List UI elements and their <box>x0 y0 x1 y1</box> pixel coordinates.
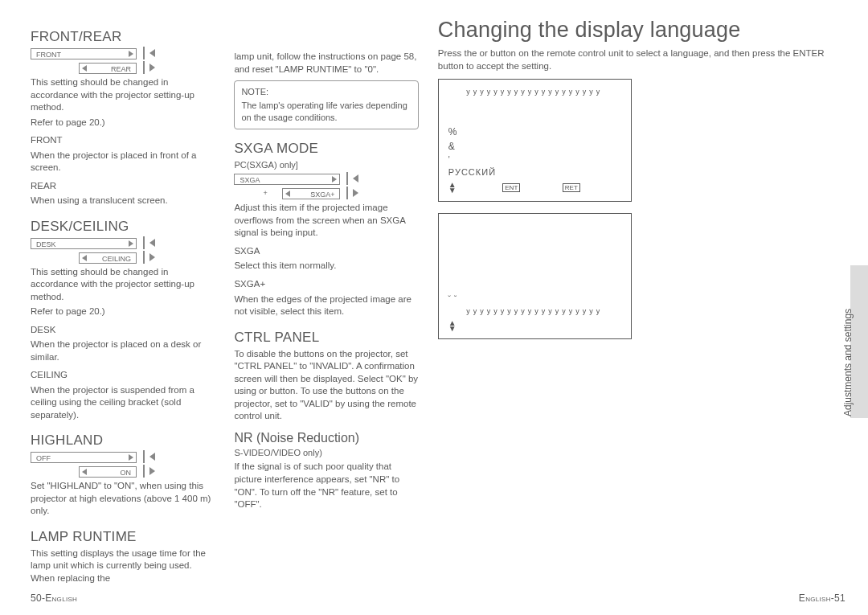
body-text: If the signal is of such poor quality th… <box>234 461 418 510</box>
footer-right: English-51 <box>799 592 845 604</box>
footer-left: 50-English <box>31 592 77 604</box>
osd-select: SELECT <box>489 322 520 330</box>
osd-return-label: RETURN <box>588 183 621 192</box>
def-label: REAR <box>31 180 215 193</box>
page-footer: 50-English English-51 <box>31 592 845 604</box>
osd-select: SELECT <box>464 183 495 192</box>
columns: Front/Rear FRONT REAR This setting shoul… <box>31 18 845 564</box>
osd-enter-label: ENTER <box>528 183 555 192</box>
body-text: lamp unit, follow the instructions on pa… <box>234 51 418 76</box>
subnote: PC(SXGA) only] <box>234 159 418 171</box>
body-text: To disable the buttons on the projector,… <box>234 348 418 423</box>
arrow-label: OFF <box>36 454 51 462</box>
def-label: SXGA+ <box>234 278 418 291</box>
note-label: NOTE: <box>241 86 411 98</box>
column-left: Front/Rear FRONT REAR This setting shoul… <box>31 18 215 564</box>
osd-line: % <box>448 126 621 137</box>
note-box: NOTE: The lamp's operating life varies d… <box>234 80 418 129</box>
arrow-label: SXGA <box>240 176 260 184</box>
body-text: Refer to page 20.) <box>31 117 215 129</box>
arrow-label: FRONT <box>36 51 61 59</box>
osd-enter: ENT <box>502 183 520 192</box>
toggle-diagram-desk-ceiling: DESK CEILING <box>31 237 215 264</box>
body-text: When the edges of the projected image ar… <box>234 293 418 318</box>
body-text: When the projector is suspended from a c… <box>31 384 215 422</box>
body-text: Set "HIGHLAND" to "ON", when using this … <box>31 480 215 518</box>
osd-controls: ▲▼ SELECT ENT ENTER RET RETURN <box>448 182 621 193</box>
def-label: SXGA <box>234 245 418 258</box>
osd-return: RET <box>604 322 621 330</box>
column-right: Changing the display language Press the … <box>438 18 845 564</box>
body-text: Press the or button on the remote contro… <box>438 47 845 72</box>
heading-desk-ceiling: Desk/Ceiling <box>31 219 215 235</box>
column-middle: lamp unit, follow the instructions on pa… <box>234 18 418 564</box>
side-tab-label: Adjustments and settings <box>842 309 854 416</box>
arrow-label: CEILING <box>102 255 131 263</box>
body-text: This setting should be changed in accord… <box>31 76 215 114</box>
toggle-diagram-highland: OFF ON <box>31 451 215 478</box>
heading-highland: Highland <box>31 433 215 449</box>
updown-icon: ▲▼ <box>448 320 457 331</box>
body-text: When the projector is placed on a desk o… <box>31 338 215 363</box>
updown-icon: ▲▼ <box>448 182 457 193</box>
arrow-label: SXGA+ <box>310 191 334 199</box>
side-tab: Adjustments and settings <box>850 265 868 418</box>
osd-line: & <box>448 141 621 152</box>
osd-controls: ▲▼ SELECT ENT RET <box>448 320 621 331</box>
def-label: FRONT <box>31 134 215 147</box>
osd-line: ENGLISH <box>448 100 621 110</box>
page-title: Changing the display language <box>438 18 845 43</box>
osd-line: ' <box>448 155 621 164</box>
arrow-label: REAR <box>111 65 131 73</box>
page: Front/Rear FRONT REAR This setting shoul… <box>0 0 868 615</box>
arrow-label: ON <box>121 469 132 477</box>
arrow-label: DESK <box>36 240 56 248</box>
osd-line: DEUTSCH <box>448 113 621 123</box>
body-text: Refer to page 20.) <box>31 305 215 318</box>
def-label: CEILING <box>31 369 215 382</box>
heading-front-rear: Front/Rear <box>31 29 215 45</box>
heading-ctrl-panel: Ctrl Panel <box>234 330 418 346</box>
osd-enter: ENT <box>553 322 571 330</box>
body-text: Select this item normally. <box>234 260 418 273</box>
body-text: This setting should be changed in accord… <box>31 266 215 304</box>
subnote: S-VIDEO/VIDEO only) <box>234 447 418 459</box>
def-label: DESK <box>31 324 215 337</box>
heading-nr: NR (Noise Reduction) <box>234 431 418 445</box>
osd-return: RET <box>563 183 580 192</box>
body-text: This setting displays the usage time for… <box>31 547 215 585</box>
note-text: The lamp's operating life varies dependi… <box>241 100 407 122</box>
heading-sxga-mode: Sxga Mode <box>234 141 418 157</box>
osd-panel-2: LANGUAGE ˘ ˘ уууууууууууууууууууу ▲▼ SEL… <box>438 213 632 339</box>
osd-title: LANGUAGE <box>448 222 621 230</box>
heading-lamp-runtime: Lamp Runtime <box>31 529 215 545</box>
osd-panel-1: уууууууууууууууууууу ENGLISH DEUTSCH % &… <box>438 79 632 202</box>
osd-title: уууууууууууууууууууу <box>448 88 621 96</box>
body-text: Adjust this item if the projected image … <box>234 202 418 240</box>
body-text: When the projector is placed in front of… <box>31 150 215 174</box>
toggle-diagram-sxga: SXGA +SXGA+ <box>234 173 418 199</box>
osd-line: РУССКИЙ <box>448 167 621 177</box>
body-text: When using a translucent screen. <box>31 195 215 207</box>
toggle-diagram-front-rear: FRONT REAR <box>31 47 215 74</box>
osd-footer: уууууууууууууууууууу <box>448 307 621 315</box>
